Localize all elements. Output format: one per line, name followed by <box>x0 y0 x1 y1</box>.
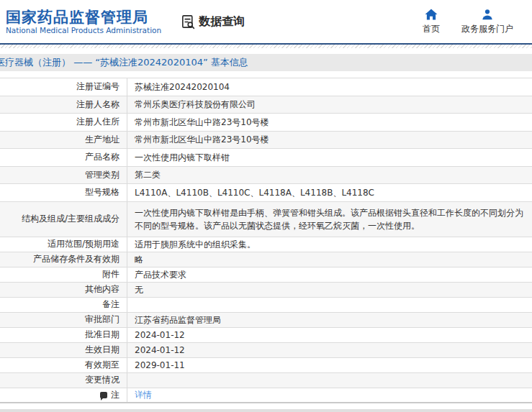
table-row: 结构及组成/主要组成成分 一次性使用内镜下取样钳是由手柄、弹簧管和钳头组成。该产… <box>0 202 532 237</box>
table-row: 附件 产品技术要求 <box>0 267 532 283</box>
table-row: 注 详情 <box>0 388 532 403</box>
home-icon <box>425 9 438 20</box>
registration-info-table: 注册证编号 苏械注准20242020104 注册人名称 常州乐奥医疗科技股份有限… <box>0 78 532 403</box>
org-name-cn: 国家药品监督管理局 <box>6 9 161 26</box>
row-value: 适用于胰胆系统中的组织采集。 <box>127 237 532 252</box>
table-row: 注册人住所 常州市新北区华山中路23号10号楼 <box>0 114 532 132</box>
row-value: 略 <box>127 252 532 267</box>
row-value: 一次性使用内镜下取样钳 <box>127 149 532 166</box>
header: 国家药品监督管理局 National Medical Products Admi… <box>0 0 532 43</box>
header-hatch-band <box>0 45 532 48</box>
row-label: 产品储存条件及有效期 <box>0 252 127 267</box>
table-row: 其他内容 无 <box>0 283 532 298</box>
nav-portal-label: 政务服务门户 <box>461 23 513 35</box>
org-name-en: National Medical Products Administration <box>6 26 161 35</box>
data-query-tab[interactable]: 数据查询 <box>180 14 245 30</box>
row-label: 其他内容 <box>0 283 127 297</box>
row-label: 型号规格 <box>0 184 127 201</box>
table-row: 注册证编号 苏械注准20242020104 <box>0 78 532 96</box>
nav-item-home[interactable]: 首页 <box>423 9 440 35</box>
breadcrumb-text: 医疗器械（注册） —— “苏械注准20242020104” 基本信息 <box>0 56 248 69</box>
table-row: 管理类别 第二类 <box>0 167 532 185</box>
data-query-icon <box>180 14 197 30</box>
nav-home-label: 首页 <box>423 23 440 35</box>
row-value: 苏械注准20242020104 <box>127 78 532 96</box>
nmpa-logo: 国家药品监督管理局 National Medical Products Admi… <box>6 9 161 35</box>
row-value: 第二类 <box>127 167 532 184</box>
row-label: 变更情况 <box>0 373 127 388</box>
row-value: 常州乐奥医疗科技股份有限公司 <box>127 96 532 114</box>
table-row: 批准日期 2024-01-12 <box>0 328 532 343</box>
table-row: 审批部门 江苏省药品监督管理局 <box>0 313 532 328</box>
table-row: 变更情况 <box>0 373 532 388</box>
row-label: 备注 <box>0 298 127 312</box>
table-row: 生产地址 常州市新北区华山中路23号10号楼 <box>0 132 532 150</box>
row-value: 无 <box>127 283 532 297</box>
table-row: 型号规格 L4110A、L4110B、L4110C、L4118A、L4118B、… <box>0 184 532 202</box>
row-label: 管理类别 <box>0 167 127 184</box>
table-row: 产品名称 一次性使用内镜下取样钳 <box>0 149 532 167</box>
row-value <box>127 373 532 388</box>
row-value: 一次性使用内镜下取样钳是由手柄、弹簧管和钳头组成。该产品根据钳头直径和工作长度的… <box>127 202 532 237</box>
table-row: 备注 <box>0 298 532 313</box>
row-label: 结构及组成/主要组成成分 <box>0 202 127 237</box>
row-value: 2024-01-12 <box>127 343 532 357</box>
row-value: 详情 <box>127 388 532 402</box>
row-value: 常州市新北区华山中路23号10号楼 <box>127 132 532 149</box>
table-row: 有效期至 2029-01-11 <box>0 358 532 373</box>
table-row: 生效日期 2024-01-12 <box>0 343 532 358</box>
row-label: 注册人名称 <box>0 96 127 114</box>
data-query-label: 数据查询 <box>199 14 245 29</box>
row-label: 注 <box>0 388 127 402</box>
row-label: 产品名称 <box>0 149 127 166</box>
row-label: 适用范围/预期用途 <box>0 237 127 252</box>
row-value <box>127 298 532 312</box>
footer-strip <box>0 409 532 412</box>
row-value: L4110A、L4110B、L4110C、L4118A、L4118B、L4118… <box>127 184 532 201</box>
row-label: 审批部门 <box>0 313 127 327</box>
row-label: 生效日期 <box>0 343 127 357</box>
row-label: 注册证编号 <box>0 78 127 96</box>
row-value: 江苏省药品监督管理局 <box>127 313 532 327</box>
row-value: 常州市新北区华山中路23号10号楼 <box>127 114 532 131</box>
row-label: 批准日期 <box>0 328 127 342</box>
details-link[interactable]: 详情 <box>135 388 152 401</box>
nav-item-portal[interactable]: 政务服务门户 <box>461 9 513 35</box>
note-icon <box>100 392 107 398</box>
row-label: 生产地址 <box>0 132 127 149</box>
table-row: 注册人名称 常州乐奥医疗科技股份有限公司 <box>0 96 532 114</box>
row-value: 2029-01-11 <box>127 358 532 372</box>
row-label: 附件 <box>0 267 127 282</box>
header-nav: 首页 政务服务门户 <box>423 9 532 35</box>
user-icon <box>482 9 493 20</box>
row-value: 产品技术要求 <box>127 267 532 282</box>
breadcrumb: 医疗器械（注册） —— “苏械注准20242020104” 基本信息 <box>0 54 532 71</box>
row-label: 有效期至 <box>0 358 127 372</box>
row-value: 2024-01-12 <box>127 328 532 342</box>
table-row: 产品储存条件及有效期 略 <box>0 252 532 267</box>
table-row: 适用范围/预期用途 适用于胰胆系统中的组织采集。 <box>0 237 532 252</box>
row-label: 注册人住所 <box>0 114 127 131</box>
